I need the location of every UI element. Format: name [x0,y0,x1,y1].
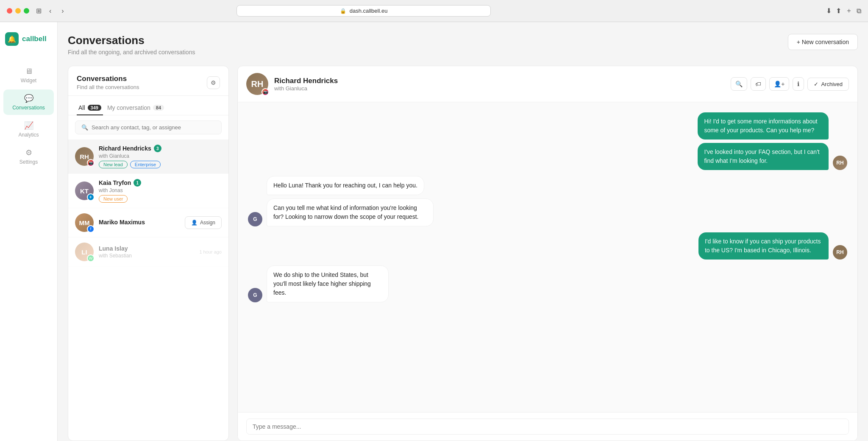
avatar-wrap-kaia: KT ✈ [75,181,94,200]
archived-button[interactable]: ✓ Archived [807,78,849,91]
sidebar-item-label-analytics: Analytics [18,132,39,138]
panel-title: Conversations [77,75,139,83]
received-group-1: Hello Luna! Thank you for reaching out, … [267,176,570,226]
sidebar: 🔔 callbell 🖥 Widget 💬 Conversations 📈 An… [0,22,58,441]
conv-name-mariko: Mariko Maximus [99,219,145,226]
archived-label: Archived [821,81,843,87]
avatar-wrap-richard: RH 📷 [75,147,94,166]
tag-enterprise: Enterprise [130,161,161,168]
conv-name-richard: Richard Hendricks [99,145,151,152]
chat-tag-button[interactable]: 🏷 [751,77,766,91]
minimize-button[interactable] [15,8,21,14]
app: 🔔 callbell 🖥 Widget 💬 Conversations 📈 An… [0,22,868,441]
received-group-2: We do ship to the United States, but you… [267,265,489,302]
close-button[interactable] [7,8,12,14]
search-bar: 🔍 [75,120,222,134]
tab-my-badge: 84 [153,105,164,111]
url-text: dash.callbell.eu [350,8,388,14]
lock-icon: 🔒 [340,8,346,14]
page-header-text: Conversations Find all the ongoing, and … [68,34,195,56]
tab-my-conversation[interactable]: My conversation 84 [106,101,166,115]
forward-button[interactable]: › [59,6,66,16]
sidebar-item-settings[interactable]: ⚙ Settings [3,144,54,169]
new-tab-button[interactable]: ＋ [846,6,852,15]
chat-add-user-button[interactable]: 👤+ [769,77,789,91]
chat-input-area [238,412,857,441]
conversations-icon: 💬 [24,94,33,103]
message-bubble-1: Hi! I'd to get some more informations ab… [698,112,829,140]
back-button[interactable]: ‹ [47,6,54,16]
sidebar-item-widget[interactable]: 🖥 Widget [3,63,54,88]
tabs: All 349 My conversation 84 [68,96,228,115]
tab-all-badge: 349 [88,105,101,111]
platform-badge-ig: 📷 [87,159,95,167]
chat-input[interactable] [246,419,849,435]
agent-avatar-2: G [248,288,262,302]
conv-name-row-mariko: Mariko Maximus [99,219,180,226]
sidebar-item-label-settings: Settings [19,159,38,165]
page-header: Conversations Find all the ongoing, and … [68,34,858,56]
message-bubble-3: Hello Luna! Thank you for reaching out, … [267,176,424,195]
unread-badge-richard: 3 [154,145,161,152]
browser-chrome: ⊞ ‹ › 🔒 dash.callbell.eu ⬇ ⬆ ＋ ⧉ [0,0,868,22]
chat-avatar-wrap: RH 📷 [246,73,268,95]
assign-label: Assign [200,220,215,226]
conversation-item-kaia[interactable]: KT ✈ Kaia Tryfon 1 with Jonas New user [68,174,228,208]
tabs-button[interactable]: ⧉ [857,7,861,15]
platform-badge-tg: ✈ [87,193,95,201]
download-button[interactable]: ⬇ [826,7,832,15]
fullscreen-button[interactable] [24,8,29,14]
sidebar-item-label-conversations: Conversations [12,105,45,111]
conversation-item-richard[interactable]: RH 📷 Richard Hendricks 3 with Gianluca N… [68,140,228,174]
message-1: Hi! I'd to get some more informations ab… [248,112,847,170]
conv-sub-kaia: with Jonas [99,187,222,193]
chat-search-button[interactable]: 🔍 [731,77,747,91]
sidebar-item-label-widget: Widget [21,78,36,84]
panel-header-text: Conversations Find all the conversations [77,75,139,90]
avatar-wrap-mariko: MM f [75,213,94,232]
conv-name-kaia: Kaia Tryfon [99,179,131,186]
panel-subtitle: Find all the conversations [77,84,139,90]
widget-icon: 🖥 [25,67,33,76]
address-bar[interactable]: 🔒 dash.callbell.eu [236,5,491,17]
conv-sub-luna: with Sebastian [99,253,194,259]
conversation-item-mariko[interactable]: MM f Mariko Maximus 👤 Assign [68,208,228,237]
page-title: Conversations [68,34,195,47]
tab-all[interactable]: All 349 [77,101,103,115]
search-input[interactable] [92,124,215,131]
chat-actions: 🔍 🏷 👤+ ℹ ✓ Archived [731,77,849,91]
conversation-item-luna[interactable]: LI W Luna Islay with Sebastian 1 hour ag… [68,237,228,267]
message-bubble-2: I've looked into your FAQ section, but I… [698,143,829,170]
conv-info-richard: Richard Hendricks 3 with Gianluca New le… [99,145,222,168]
agent-avatar: G [248,212,262,226]
message-group-received: G Hello Luna! Thank you for reaching out… [248,176,847,226]
panel-settings-button[interactable]: ⚙ [207,76,220,89]
analytics-icon: 📈 [24,121,33,130]
checkmark-icon: ✓ [814,81,818,87]
sidebar-item-analytics[interactable]: 📈 Analytics [3,117,54,142]
traffic-lights [7,8,29,14]
conversation-list: RH 📷 Richard Hendricks 3 with Gianluca N… [68,140,228,441]
search-icon: 🔍 [81,124,88,131]
conv-time-luna: 1 hour ago [199,249,222,254]
chat-info-button[interactable]: ℹ [793,77,804,91]
chat-header: RH 📷 Richard Hendricks with Gianluca 🔍 🏷… [238,66,857,102]
conv-name-row-richard: Richard Hendricks 3 [99,145,222,152]
page-subtitle: Find all the ongoing, and archived conve… [68,49,195,56]
browser-actions: ⬇ ⬆ ＋ ⧉ [826,6,861,15]
share-button[interactable]: ⬆ [836,7,841,15]
sidebar-item-conversations[interactable]: 💬 Conversations [3,89,54,115]
conv-info-mariko: Mariko Maximus [99,219,180,226]
unread-badge-kaia: 1 [134,179,141,187]
logo: 🔔 callbell [0,32,57,46]
message-bubble-4: Can you tell me what kind of information… [267,198,434,226]
chat-contact-sub: with Gianluca [274,85,725,92]
assign-button[interactable]: 👤 Assign [185,216,222,229]
conversations-panel: Conversations Find all the conversations… [68,66,229,441]
sent-avatar: RH [833,156,847,170]
tab-all-label: All [78,104,85,111]
chat-panel: RH 📷 Richard Hendricks with Gianluca 🔍 🏷… [237,66,858,441]
conv-name-row-kaia: Kaia Tryfon 1 [99,179,222,187]
new-conversation-button[interactable]: + New conversation [788,34,858,50]
sidebar-toggle-button[interactable]: ⊞ [36,7,42,15]
